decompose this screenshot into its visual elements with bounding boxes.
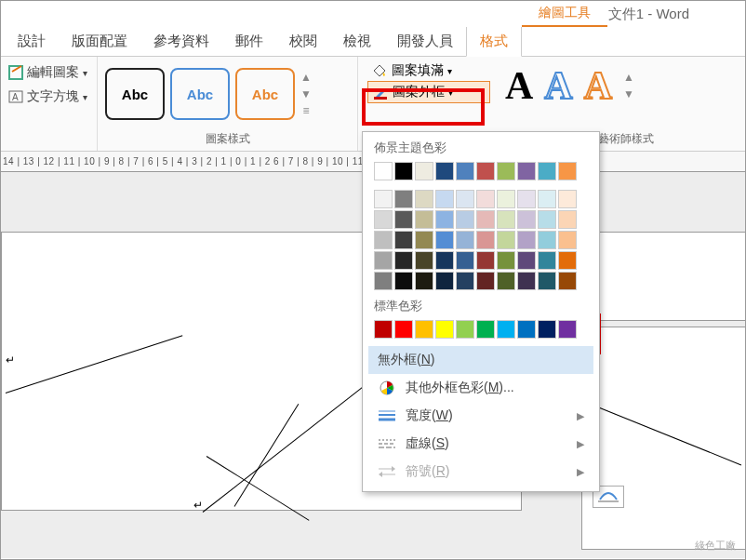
tab-mailings[interactable]: 郵件 <box>222 27 276 56</box>
color-swatch[interactable] <box>435 251 454 270</box>
shape-style-preset-2[interactable]: Abc <box>170 68 230 120</box>
color-swatch[interactable] <box>558 190 577 208</box>
color-swatch[interactable] <box>497 251 515 270</box>
color-swatch[interactable] <box>558 210 577 229</box>
color-swatch[interactable] <box>497 162 515 180</box>
color-swatch[interactable] <box>394 210 413 229</box>
color-swatch[interactable] <box>476 251 495 270</box>
color-swatch[interactable] <box>517 210 536 229</box>
color-swatch[interactable] <box>456 190 474 208</box>
tab-format[interactable]: 格式 <box>466 26 522 57</box>
color-swatch[interactable] <box>558 231 577 249</box>
color-swatch[interactable] <box>538 231 556 249</box>
gallery-down-icon[interactable]: ▼ <box>300 87 312 100</box>
shape-style-preset-1[interactable]: Abc <box>105 68 165 120</box>
color-swatch[interactable] <box>435 210 454 229</box>
color-swatch[interactable] <box>497 320 515 339</box>
page-2-top[interactable] <box>585 232 746 321</box>
edit-shape-button[interactable]: 編輯圖案 ▾ <box>8 60 89 85</box>
color-swatch[interactable] <box>558 320 577 339</box>
color-swatch[interactable] <box>476 231 495 249</box>
no-outline-item[interactable]: 無外框(N) <box>368 346 593 374</box>
color-swatch[interactable] <box>415 231 433 249</box>
color-swatch[interactable] <box>538 320 556 339</box>
color-swatch[interactable] <box>415 320 433 339</box>
color-swatch[interactable] <box>456 272 474 290</box>
shape-style-preset-3[interactable]: Abc <box>235 68 295 120</box>
color-swatch[interactable] <box>435 162 454 180</box>
color-swatch[interactable] <box>497 272 515 290</box>
more-outline-colors-item[interactable]: 其他外框色彩(M)... <box>368 374 593 402</box>
color-swatch[interactable] <box>374 251 393 270</box>
wordart-preset-2[interactable]: A <box>544 66 572 105</box>
color-swatch[interactable] <box>374 272 393 290</box>
gallery-more-icon[interactable]: ≡ <box>302 104 309 117</box>
color-swatch[interactable] <box>435 190 454 208</box>
tab-view[interactable]: 檢視 <box>330 27 384 56</box>
outline-width-item[interactable]: 寬度(W) ▶ <box>368 402 593 430</box>
color-swatch[interactable] <box>415 190 433 208</box>
color-swatch[interactable] <box>497 231 515 249</box>
color-swatch[interactable] <box>374 231 393 249</box>
color-swatch[interactable] <box>394 231 413 249</box>
color-swatch[interactable] <box>517 162 536 180</box>
color-swatch[interactable] <box>476 320 495 339</box>
color-swatch[interactable] <box>394 320 413 339</box>
color-swatch[interactable] <box>517 251 536 270</box>
color-swatch[interactable] <box>517 231 536 249</box>
wordart-preset-1[interactable]: A <box>505 66 533 105</box>
color-swatch[interactable] <box>538 210 556 229</box>
tab-developer[interactable]: 開發人員 <box>384 27 466 56</box>
color-swatch[interactable] <box>374 320 393 339</box>
color-swatch[interactable] <box>415 251 433 270</box>
color-swatch[interactable] <box>476 162 495 180</box>
color-swatch[interactable] <box>456 320 474 339</box>
color-swatch[interactable] <box>456 162 474 180</box>
color-swatch[interactable] <box>415 272 433 290</box>
color-swatch[interactable] <box>476 272 495 290</box>
color-swatch[interactable] <box>538 162 556 180</box>
color-swatch[interactable] <box>435 231 454 249</box>
color-swatch[interactable] <box>517 272 536 290</box>
color-swatch[interactable] <box>497 210 515 229</box>
color-swatch[interactable] <box>394 162 413 180</box>
gallery-up-icon[interactable]: ▲ <box>623 71 634 84</box>
tab-design[interactable]: 設計 <box>5 27 59 56</box>
color-swatch[interactable] <box>558 251 577 270</box>
color-swatch[interactable] <box>558 162 577 180</box>
color-swatch[interactable] <box>538 272 556 290</box>
color-swatch[interactable] <box>435 272 454 290</box>
tab-references[interactable]: 參考資料 <box>140 27 222 56</box>
gallery-up-icon[interactable]: ▲ <box>300 71 312 84</box>
color-swatch[interactable] <box>415 162 433 180</box>
color-swatch[interactable] <box>538 190 556 208</box>
shape-fill-button[interactable]: 圖案填滿 ▾ <box>367 60 490 81</box>
color-swatch[interactable] <box>476 190 495 208</box>
color-swatch[interactable] <box>374 162 393 180</box>
outline-dashes-item[interactable]: 虛線(S) ▶ <box>368 430 593 458</box>
color-swatch[interactable] <box>394 272 413 290</box>
tab-layout[interactable]: 版面配置 <box>59 27 140 56</box>
text-box-button[interactable]: A 文字方塊 ▾ <box>8 85 89 109</box>
page-2-bottom[interactable] <box>581 327 746 550</box>
color-swatch[interactable] <box>517 320 536 339</box>
text-box-label: 文字方塊 <box>27 88 79 105</box>
color-swatch[interactable] <box>497 190 515 208</box>
color-swatch[interactable] <box>374 190 393 208</box>
tab-review[interactable]: 校閱 <box>276 27 330 56</box>
color-swatch[interactable] <box>456 251 474 270</box>
color-swatch[interactable] <box>394 190 413 208</box>
color-swatch[interactable] <box>435 320 454 339</box>
color-swatch[interactable] <box>538 251 556 270</box>
color-swatch[interactable] <box>456 210 474 229</box>
gallery-down-icon[interactable]: ▼ <box>623 87 634 100</box>
wordart-preset-3[interactable]: A <box>584 66 612 105</box>
color-swatch[interactable] <box>394 251 413 270</box>
color-swatch[interactable] <box>517 190 536 208</box>
color-swatch[interactable] <box>415 210 433 229</box>
dashes-label: 虛線(S) <box>406 435 449 452</box>
color-swatch[interactable] <box>476 210 495 229</box>
color-swatch[interactable] <box>456 231 474 249</box>
color-swatch[interactable] <box>558 272 577 290</box>
color-swatch[interactable] <box>374 210 393 229</box>
